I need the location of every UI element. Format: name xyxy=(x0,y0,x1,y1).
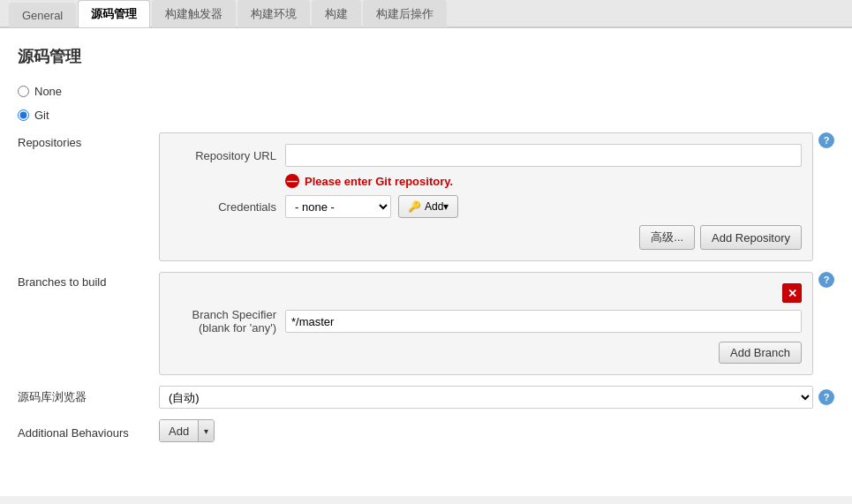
repositories-actions: 高级... Add Repository xyxy=(170,225,802,250)
add-repository-button[interactable]: Add Repository xyxy=(700,225,802,250)
add-dropdown: Add ▾ xyxy=(159,419,215,442)
credentials-label: Credentials xyxy=(170,200,285,214)
browser-select[interactable]: (自动) xyxy=(159,386,813,409)
tab-env[interactable]: 构建环境 xyxy=(238,0,310,27)
repositories-section: Repositories Repository URL — Please ent… xyxy=(18,132,834,261)
repo-url-label: Repository URL xyxy=(170,149,285,162)
radio-git[interactable] xyxy=(18,109,29,121)
error-icon: — xyxy=(285,174,299,188)
tab-build[interactable]: 构建 xyxy=(312,0,361,27)
advanced-button[interactable]: 高级... xyxy=(639,225,695,250)
repositories-help-icon[interactable]: ? xyxy=(818,132,834,148)
page-title: 源码管理 xyxy=(18,46,834,67)
branches-top-row: ✕ xyxy=(170,283,802,303)
error-text: Please enter Git repository. xyxy=(305,175,453,188)
credentials-controls: - none - 🔑 Add▾ xyxy=(285,195,458,218)
branch-specifier-row: Branch Specifier (blank for 'any') xyxy=(170,308,802,335)
additional-behaviours-row: Additional Behaviours Add ▾ xyxy=(18,419,834,442)
repositories-label: Repositories xyxy=(18,132,159,149)
radio-none-label[interactable]: None xyxy=(34,85,62,98)
add-branch-button[interactable]: Add Branch xyxy=(719,342,802,364)
remove-branch-button[interactable]: ✕ xyxy=(782,283,802,303)
add-caret-button[interactable]: ▾ xyxy=(198,420,214,441)
repositories-body: Repository URL — Please enter Git reposi… xyxy=(159,132,813,261)
tab-general[interactable]: General xyxy=(9,3,76,27)
radio-none-group: None xyxy=(18,85,834,98)
browser-label: 源码库浏览器 xyxy=(18,386,159,405)
repo-url-input[interactable] xyxy=(285,144,802,167)
branch-specifier-input[interactable] xyxy=(285,310,802,333)
tab-bar: General 源码管理 构建触发器 构建环境 构建 构建后操作 xyxy=(0,0,852,28)
branches-body: ✕ Branch Specifier (blank for 'any') Add… xyxy=(159,272,813,375)
branches-section: Branches to build ✕ Branch Specifier (bl… xyxy=(18,272,834,375)
additional-label: Additional Behaviours xyxy=(18,423,159,440)
radio-git-group: Git xyxy=(18,109,834,122)
credentials-add-button[interactable]: 🔑 Add▾ xyxy=(398,195,458,218)
branches-help-icon[interactable]: ? xyxy=(818,272,834,288)
tab-post[interactable]: 构建后操作 xyxy=(363,0,447,27)
radio-git-label[interactable]: Git xyxy=(34,109,49,122)
page-content: 源码管理 None Git Repositories Repository UR… xyxy=(0,28,852,496)
branches-actions: Add Branch xyxy=(170,342,802,364)
credentials-select[interactable]: - none - xyxy=(285,195,391,218)
radio-none[interactable] xyxy=(18,86,29,97)
branches-label: Branches to build xyxy=(18,272,159,289)
error-row: — Please enter Git repository. xyxy=(285,174,802,188)
browser-section: 源码库浏览器 (自动) ? xyxy=(18,386,834,409)
credentials-row: Credentials - none - 🔑 Add▾ xyxy=(170,195,802,218)
tab-triggers[interactable]: 构建触发器 xyxy=(152,0,236,27)
add-main-button[interactable]: Add xyxy=(160,420,198,441)
tab-scm[interactable]: 源码管理 xyxy=(78,0,150,27)
key-icon: 🔑 xyxy=(408,200,421,213)
credentials-add-label: Add▾ xyxy=(425,200,449,213)
branch-specifier-label: Branch Specifier (blank for 'any') xyxy=(170,308,285,335)
browser-help-icon[interactable]: ? xyxy=(818,389,834,405)
repo-url-row: Repository URL xyxy=(170,144,802,167)
